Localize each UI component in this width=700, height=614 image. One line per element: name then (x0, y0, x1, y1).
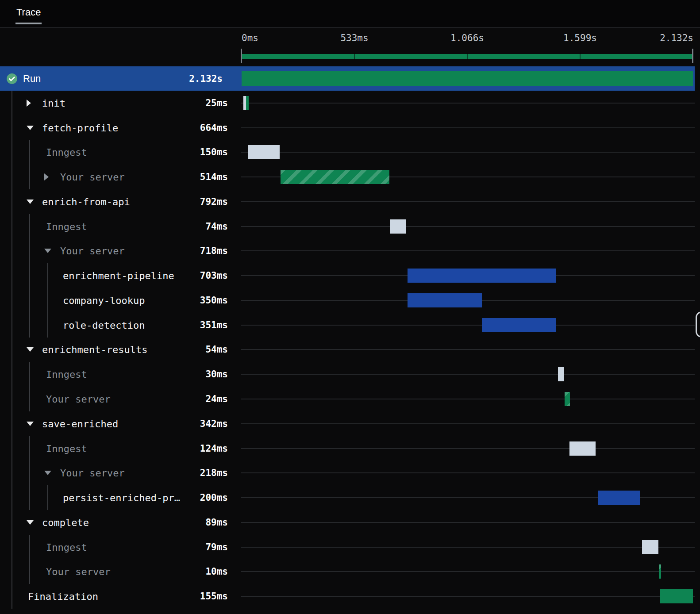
trace-row-company-lookup[interactable]: company-lookup350ms (0, 288, 700, 313)
span-duration: 792ms (200, 196, 228, 207)
span-name: Inngest (46, 443, 87, 454)
scrollbar-thumb[interactable] (696, 311, 700, 338)
tree-guide-line (29, 140, 30, 190)
span-name: Inngest (46, 221, 87, 232)
tree-guide-line (29, 362, 30, 411)
tab-trace[interactable]: Trace (15, 0, 42, 24)
trace-row-your-server[interactable]: Your server10ms (0, 559, 700, 584)
span-bar-server[interactable] (659, 564, 661, 579)
span-name: Your server (60, 246, 125, 257)
ruler-tick-mark (354, 53, 355, 60)
gridline (241, 103, 695, 104)
collapse-toggle-icon[interactable] (27, 126, 34, 130)
span-duration: 79ms (205, 542, 228, 553)
ruler-tick-label: 533ms (340, 33, 368, 43)
span-name: Inngest (46, 147, 87, 158)
span-bar-queue[interactable] (248, 145, 280, 159)
ruler-tick-mark (692, 49, 693, 63)
gridline (241, 423, 695, 424)
tree-guide-line (12, 91, 12, 609)
span-name: Your server (46, 566, 111, 577)
gridline (241, 349, 695, 350)
collapse-toggle-icon[interactable] (27, 200, 34, 204)
trace-row-complete[interactable]: complete89ms (0, 510, 700, 535)
span-duration: 74ms (205, 221, 228, 232)
span-name: complete (42, 517, 89, 528)
trace-row-save-enriched[interactable]: save-enriched342ms (0, 411, 700, 436)
span-name: enrichment-pipeline (63, 270, 174, 281)
gridline (241, 399, 695, 399)
header: Trace (0, 0, 700, 28)
gridline (241, 547, 695, 548)
trace-row-inngest[interactable]: Inngest74ms (0, 214, 700, 239)
trace-row-enrichment-results[interactable]: enrichment-results54ms (0, 338, 700, 362)
span-bar-exec[interactable] (482, 318, 556, 332)
span-duration: 124ms (200, 443, 228, 454)
trace-row-inngest[interactable]: Inngest124ms (0, 436, 700, 461)
expand-toggle-icon[interactable] (44, 173, 49, 180)
run-duration: 2.132s (189, 73, 223, 84)
ruler-tick-mark (241, 49, 242, 63)
span-bar-queue[interactable] (569, 441, 596, 456)
trace-row-finalization[interactable]: Finalization155ms (0, 584, 700, 609)
gridline (241, 448, 695, 449)
span-bar-run[interactable] (242, 71, 693, 86)
span-duration: 342ms (200, 418, 228, 429)
tree-guide-line (29, 436, 30, 510)
run-label: Run (23, 73, 41, 84)
gridline (241, 226, 695, 227)
span-name: company-lookup (63, 295, 145, 306)
span-bar-run[interactable] (246, 96, 249, 110)
span-name: Your server (46, 393, 111, 404)
tree-guide-line (47, 263, 48, 337)
trace-row-inngest[interactable]: Inngest30ms (0, 362, 700, 387)
collapse-toggle-icon[interactable] (44, 249, 51, 253)
trace-row-inngest[interactable]: Inngest150ms (0, 140, 700, 165)
gridline (241, 325, 695, 326)
span-duration: 200ms (200, 492, 228, 503)
tree-guide-line (29, 535, 30, 584)
gridline (241, 472, 695, 473)
run-row[interactable]: Run 2.132s (0, 66, 695, 91)
trace-row-fetch-profile[interactable]: fetch-profile664ms (0, 115, 700, 140)
trace-row-your-server[interactable]: Your server24ms (0, 387, 700, 411)
collapse-toggle-icon[interactable] (27, 520, 34, 525)
trace-rows: init25msfetch-profile664msInngest150msYo… (0, 91, 700, 609)
span-bar-queue[interactable] (390, 219, 406, 234)
span-bar-server[interactable] (565, 392, 569, 406)
ruler-tick-label: 2.132s (660, 33, 693, 43)
span-bar-queue[interactable] (642, 540, 659, 554)
trace-row-inngest[interactable]: Inngest79ms (0, 535, 700, 560)
collapse-toggle-icon[interactable] (44, 471, 51, 475)
gridline (241, 571, 695, 572)
ruler-tick-mark (580, 53, 581, 60)
span-bar-exec[interactable] (598, 491, 641, 505)
span-name: persist-enriched-pr… (63, 492, 180, 503)
expand-toggle-icon[interactable] (27, 100, 31, 107)
span-name: init (42, 97, 65, 108)
span-duration: 718ms (200, 246, 228, 256)
span-bar-exec[interactable] (408, 293, 481, 307)
gridline (241, 250, 695, 251)
span-bar-queue[interactable] (558, 367, 564, 381)
span-name: Your server (60, 468, 125, 479)
trace-row-enrich-from-api[interactable]: enrich-from-api792ms (0, 189, 700, 214)
trace-row-enrichment-pipeline[interactable]: enrichment-pipeline703ms (0, 263, 700, 288)
trace-row-persist-enriched-pr-[interactable]: persist-enriched-pr…200ms (0, 485, 700, 510)
trace-row-your-server[interactable]: Your server718ms (0, 239, 700, 264)
collapse-toggle-icon[interactable] (27, 347, 34, 352)
span-bar-exec[interactable] (408, 269, 556, 283)
tree-guide-line (47, 485, 48, 510)
span-duration: 24ms (205, 394, 228, 404)
span-name: save-enriched (42, 418, 118, 429)
collapse-toggle-icon[interactable] (27, 422, 34, 426)
trace-row-your-server[interactable]: Your server514ms (0, 165, 700, 189)
span-duration: 664ms (200, 123, 228, 133)
trace-row-init[interactable]: init25ms (0, 91, 700, 115)
trace-row-your-server[interactable]: Your server218ms (0, 460, 700, 485)
span-bar-run[interactable] (660, 589, 693, 603)
gridline (241, 152, 695, 153)
trace-row-role-detection[interactable]: role-detection351ms (0, 313, 700, 338)
trace-viewer: Trace 0ms533ms1.066s1.599s2.132s Run 2.1… (0, 0, 700, 614)
span-bar-server[interactable] (281, 170, 389, 184)
